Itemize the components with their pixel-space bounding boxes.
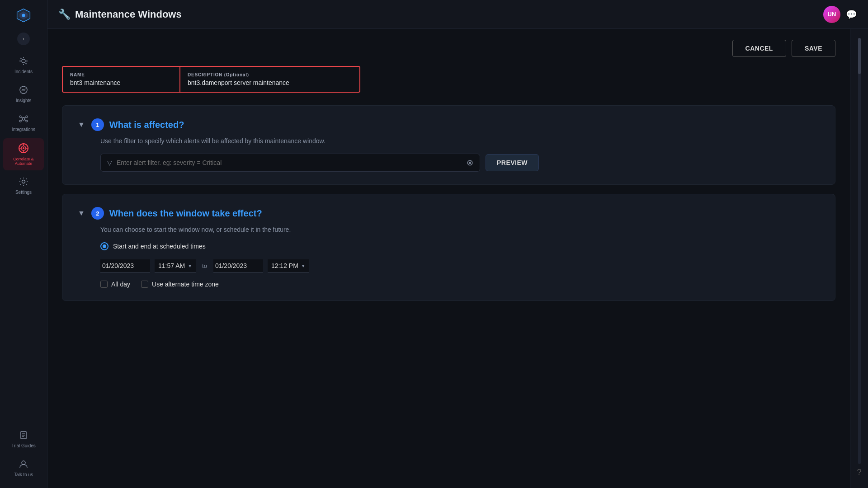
- app-logo[interactable]: [14, 5, 33, 25]
- chat-icon[interactable]: 💬: [846, 9, 857, 20]
- sidebar-item-incidents[interactable]: Incidents: [3, 52, 44, 79]
- name-label: NAME: [70, 72, 172, 77]
- start-time-dropdown[interactable]: 11:57 AM ▼: [155, 259, 196, 272]
- svg-point-32: [22, 461, 25, 465]
- alternate-tz-checkbox-item[interactable]: Use alternate time zone: [141, 281, 219, 288]
- settings-label: Settings: [15, 190, 32, 195]
- trial-guides-label: Trial Guides: [11, 443, 36, 448]
- radio-inner: [103, 244, 106, 248]
- cancel-button[interactable]: CANCEL: [732, 40, 786, 57]
- name-value: bnt3 maintenance: [70, 79, 172, 86]
- start-date-input[interactable]: [100, 259, 150, 272]
- end-time-dropdown[interactable]: 12:12 PM ▼: [268, 259, 309, 272]
- scrollbar-track[interactable]: [858, 38, 861, 464]
- save-button[interactable]: SAVE: [792, 40, 835, 57]
- section2-collapse-button[interactable]: ▼: [77, 208, 86, 218]
- scrollbar-thumb[interactable]: [858, 38, 861, 74]
- checkbox-row: All day Use alternate time zone: [77, 281, 821, 288]
- insights-icon: [19, 85, 28, 96]
- end-time-chevron: ▼: [301, 263, 306, 268]
- filter-icon: ▽: [107, 159, 112, 166]
- svg-point-22: [23, 147, 24, 149]
- end-date-input[interactable]: [213, 259, 263, 272]
- right-panel: ?: [850, 29, 868, 488]
- svg-point-13: [26, 116, 28, 117]
- svg-line-18: [21, 119, 22, 121]
- description-field[interactable]: DESCRIPTION (Optional) bnt3.damenport se…: [180, 67, 359, 92]
- svg-point-12: [19, 116, 21, 117]
- svg-point-27: [22, 180, 25, 183]
- main-content: 🔧 Maintenance Windows UN 💬 CANCEL SAVE N…: [47, 0, 868, 488]
- description-label: DESCRIPTION (Optional): [188, 72, 352, 77]
- filter-input-wrap[interactable]: ▽ ⊗: [100, 154, 480, 172]
- alert-filter-input[interactable]: [117, 159, 462, 166]
- page-content: CANCEL SAVE NAME bnt3 maintenance DESCRI…: [47, 29, 850, 488]
- svg-line-17: [25, 117, 26, 118]
- talk-icon: [19, 459, 28, 470]
- section-affected: ▼ 1 What is affected? Use the filter to …: [62, 105, 835, 185]
- page-icon: 🔧: [58, 9, 71, 20]
- section-timing: ▼ 2 When does the window take effect? Yo…: [62, 194, 835, 301]
- help-icon[interactable]: ?: [857, 468, 861, 477]
- sidebar-expand-button[interactable]: ›: [17, 33, 30, 45]
- allday-checkbox[interactable]: [100, 281, 108, 288]
- section-affected-header: ▼ 1 What is affected?: [77, 118, 821, 131]
- radio-scheduled-label: Start and end at scheduled times: [113, 243, 206, 250]
- section2-description: You can choose to start the window now, …: [77, 226, 821, 233]
- section1-title: What is affected?: [109, 120, 184, 130]
- sidebar-bottom: Trial Guides Talk to us: [3, 425, 44, 483]
- svg-line-8: [20, 58, 21, 59]
- radio-scheduled-row[interactable]: Start and end at scheduled times: [77, 242, 821, 250]
- sidebar-item-insights[interactable]: Insights: [3, 80, 44, 108]
- alternate-tz-label: Use alternate time zone: [152, 281, 219, 288]
- end-time-value: 12:12 PM: [271, 262, 298, 269]
- alternate-tz-checkbox[interactable]: [141, 281, 148, 288]
- allday-checkbox-item[interactable]: All day: [100, 281, 130, 288]
- svg-point-14: [19, 120, 21, 122]
- sidebar-item-talk[interactable]: Talk to us: [3, 455, 44, 482]
- section1-description: Use the filter to specify which alerts w…: [77, 137, 821, 145]
- start-time-value: 11:57 AM: [158, 262, 185, 269]
- action-bar: CANCEL SAVE: [62, 40, 835, 57]
- correlate-label: Correlate & Automate: [6, 157, 41, 166]
- step1-badge: 1: [91, 118, 104, 131]
- section1-collapse-button[interactable]: ▼: [77, 120, 86, 130]
- integrations-label: Integrations: [12, 127, 35, 132]
- name-field[interactable]: NAME bnt3 maintenance: [63, 67, 180, 92]
- section-timing-header: ▼ 2 When does the window take effect?: [77, 207, 821, 220]
- avatar[interactable]: UN: [823, 6, 840, 23]
- start-time-chevron: ▼: [188, 263, 192, 268]
- preview-button[interactable]: PREVIEW: [486, 154, 539, 171]
- settings-icon: [19, 177, 28, 188]
- radio-scheduled-button[interactable]: [100, 242, 108, 250]
- talk-label: Talk to us: [14, 472, 33, 477]
- filter-clear-button[interactable]: ⊗: [467, 159, 473, 167]
- sidebar: › Incidents Insights: [0, 0, 47, 488]
- datetime-row: 11:57 AM ▼ to 12:12 PM ▼: [77, 259, 821, 272]
- svg-line-9: [26, 63, 27, 64]
- page-title: Maintenance Windows: [75, 9, 182, 20]
- sidebar-item-trial-guides[interactable]: Trial Guides: [3, 426, 44, 453]
- incidents-label: Incidents: [14, 69, 33, 74]
- filter-row: ▽ ⊗ PREVIEW: [77, 154, 821, 172]
- section2-title: When does the window take effect?: [109, 208, 262, 219]
- trial-guides-icon: [19, 430, 28, 441]
- svg-point-15: [26, 120, 28, 122]
- incidents-icon: [19, 56, 28, 67]
- allday-label: All day: [111, 281, 130, 288]
- form-row: NAME bnt3 maintenance DESCRIPTION (Optio…: [62, 66, 360, 93]
- header: 🔧 Maintenance Windows UN 💬: [47, 0, 868, 29]
- integrations-icon: [19, 114, 28, 125]
- svg-point-3: [22, 59, 25, 63]
- step2-badge: 2: [91, 207, 104, 220]
- to-label: to: [200, 263, 209, 269]
- sidebar-item-correlate[interactable]: Correlate & Automate: [3, 138, 44, 170]
- svg-line-19: [25, 119, 26, 121]
- description-value: bnt3.damenport server maintenance: [188, 79, 352, 86]
- svg-point-11: [22, 117, 25, 120]
- correlate-icon: [18, 143, 29, 155]
- sidebar-item-settings[interactable]: Settings: [3, 172, 44, 199]
- svg-point-2: [22, 14, 25, 17]
- sidebar-item-integrations[interactable]: Integrations: [3, 109, 44, 136]
- svg-line-16: [21, 117, 22, 118]
